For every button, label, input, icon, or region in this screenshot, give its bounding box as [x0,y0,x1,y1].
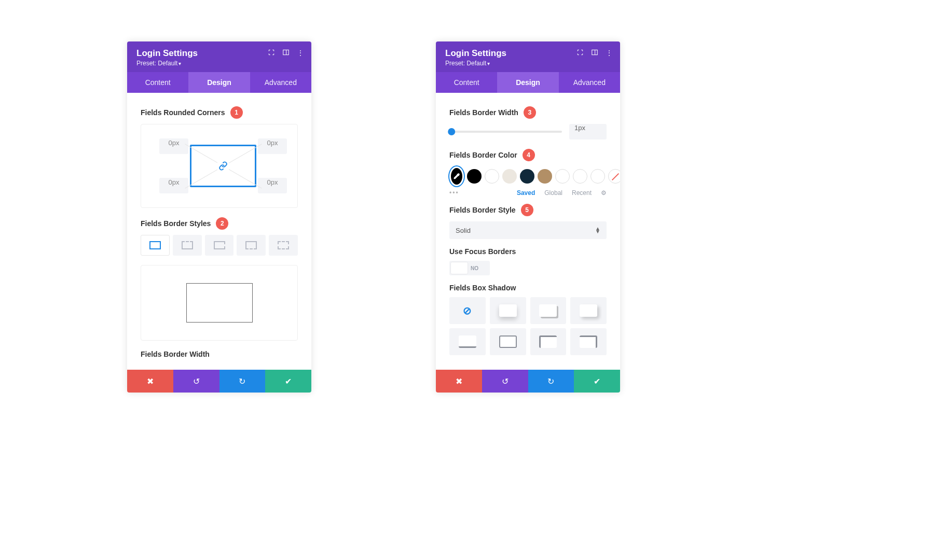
save-button[interactable]: ✔ [265,370,311,393]
color-palette-tabs: ••• Saved Global Recent ⚙ [449,189,607,197]
panel-header: Login Settings Preset: Default▾ ⋮ [436,41,620,72]
save-button[interactable]: ✔ [574,370,620,393]
annotation-badge-1: 1 [230,106,243,119]
border-style-top[interactable] [173,235,202,256]
annotation-badge-5: 5 [521,204,533,216]
expand-icon[interactable] [576,49,584,57]
footer-actions: ✖ ↺ ↻ ✔ [436,370,620,393]
settings-panel-2: Login Settings Preset: Default▾ ⋮ Conten… [436,41,620,393]
more-icon[interactable]: ⋮ [606,49,613,57]
expand-icon[interactable] [268,49,275,57]
undo-button[interactable]: ↺ [173,370,219,393]
corners-preview[interactable] [190,145,256,187]
shadow-preset-2[interactable] [530,297,567,324]
shadow-preset-7[interactable] [570,328,607,355]
color-swatch[interactable] [590,169,605,184]
color-swatch[interactable] [538,169,552,184]
color-swatches [449,166,607,186]
palette-tab-saved[interactable]: Saved [517,189,535,197]
tab-content[interactable]: Content [127,72,188,93]
color-swatch[interactable] [502,169,517,184]
tabs: Content Design Advanced [436,72,620,93]
palette-tab-global[interactable]: Global [544,189,562,197]
border-style-label: Fields Border Style 5 [449,204,607,216]
border-style-bottom[interactable] [237,235,266,256]
panel-header: Login Settings Preset: Default▾ ⋮ [127,41,311,72]
more-dots-icon[interactable]: ••• [449,189,459,197]
preset-dropdown[interactable]: Preset: Default▾ [136,60,302,67]
border-style-all[interactable] [141,235,170,256]
shadow-none[interactable]: ⊘ [449,297,486,324]
focus-borders-toggle[interactable]: NO [449,261,490,275]
corner-bl-input[interactable]: 0px [159,178,188,193]
cancel-button[interactable]: ✖ [436,370,482,393]
tab-advanced[interactable]: Advanced [250,72,311,93]
palette-tab-recent[interactable]: Recent [572,189,592,197]
link-icon[interactable] [217,160,229,172]
cancel-button[interactable]: ✖ [127,370,173,393]
border-style-select[interactable]: Solid ▲▼ [449,221,607,239]
chevron-updown-icon: ▲▼ [595,227,600,233]
border-width-label: Fields Border Width 3 [449,106,607,119]
tab-design[interactable]: Design [497,72,558,93]
annotation-badge-2: 2 [216,217,228,230]
border-styles-label: Fields Border Styles 2 [141,217,298,230]
rounded-corners-label: Fields Rounded Corners 1 [141,106,298,119]
shadow-preset-4[interactable] [449,328,486,355]
redo-button[interactable]: ↻ [528,370,574,393]
annotation-badge-4: 4 [523,149,535,161]
border-styles-picker [141,235,298,256]
shadow-preset-5[interactable] [490,328,526,355]
footer-actions: ✖ ↺ ↻ ✔ [127,370,311,393]
color-swatch[interactable] [555,169,570,184]
color-swatch-none[interactable] [608,169,620,184]
rounded-corners-control: 0px 0px 0px 0px [141,124,298,208]
settings-panel-1: Login Settings Preset: Default▾ ⋮ Conten… [127,41,311,393]
corner-tl-input[interactable]: 0px [159,138,188,154]
border-style-left[interactable] [269,235,298,256]
corner-br-input[interactable]: 0px [258,178,287,193]
focus-borders-label: Use Focus Borders [449,247,607,256]
border-color-label: Fields Border Color 4 [449,149,607,161]
border-width-label-cut: Fields Border Width [141,350,298,358]
color-picker-eyedropper[interactable] [449,166,464,186]
undo-button[interactable]: ↺ [482,370,528,393]
palette-settings-icon[interactable]: ⚙ [601,189,607,197]
corner-tr-input[interactable]: 0px [258,138,287,154]
shadow-preset-6[interactable] [530,328,567,355]
tabs: Content Design Advanced [127,72,311,93]
sidebar-icon[interactable] [591,49,598,57]
tab-advanced[interactable]: Advanced [559,72,620,93]
color-swatch[interactable] [467,169,482,184]
border-width-input[interactable]: 1px [569,124,607,139]
preview-rect [186,283,253,323]
box-shadow-label: Fields Box Shadow [449,284,607,292]
more-icon[interactable]: ⋮ [297,49,304,57]
box-shadow-picker: ⊘ [449,297,607,355]
color-swatch[interactable] [485,169,499,184]
border-width-slider[interactable] [449,131,562,133]
shadow-preset-1[interactable] [490,297,526,324]
sidebar-icon[interactable] [282,49,290,57]
border-preview [141,265,298,341]
annotation-badge-3: 3 [524,106,536,119]
color-swatch[interactable] [520,169,534,184]
redo-button[interactable]: ↻ [219,370,266,393]
tab-design[interactable]: Design [188,72,250,93]
tab-content[interactable]: Content [436,72,497,93]
color-swatch[interactable] [573,169,587,184]
preset-dropdown[interactable]: Preset: Default▾ [445,60,611,67]
shadow-preset-3[interactable] [570,297,607,324]
border-style-right[interactable] [205,235,234,256]
